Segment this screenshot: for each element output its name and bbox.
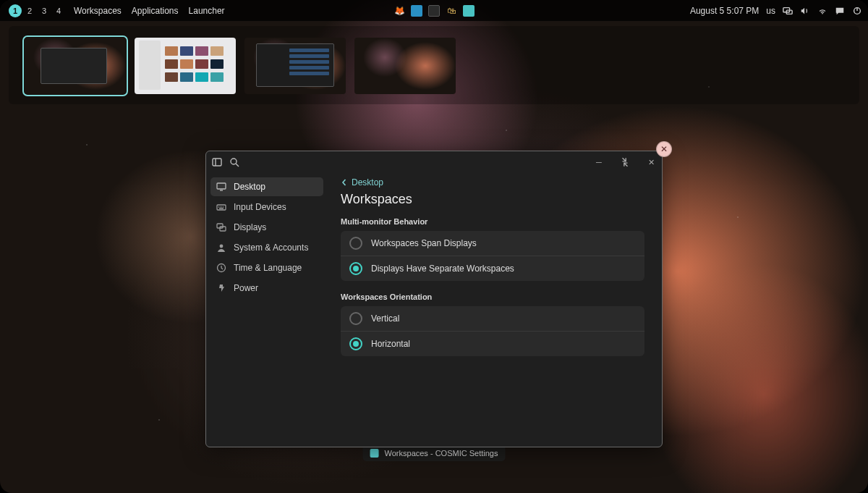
keyboard-layout-indicator[interactable]: us xyxy=(766,6,775,16)
user-icon xyxy=(216,243,226,253)
volume-icon[interactable] xyxy=(800,6,810,16)
keyboard-icon xyxy=(216,202,226,212)
radio-icon xyxy=(349,337,362,350)
workspace-thumb-1[interactable] xyxy=(25,38,126,94)
chat-icon[interactable] xyxy=(835,6,845,16)
settings-sidebar: Desktop Input Devices Displays System & … xyxy=(206,173,328,447)
settings-window: ✕ ─ ✕ Desktop Input D xyxy=(205,151,663,447)
sidebar-item-desktop[interactable]: Desktop xyxy=(210,177,323,196)
option-label: Horizontal xyxy=(371,339,410,349)
sidebar-item-label: Time & Language xyxy=(234,263,302,273)
settings-content: Desktop Workspaces Multi-monitor Behavio… xyxy=(328,173,662,447)
menu-launcher[interactable]: Launcher xyxy=(189,6,225,16)
firefox-icon[interactable]: 🦊 xyxy=(393,5,405,17)
workspace-switch-3[interactable]: 3 xyxy=(38,4,51,17)
workspace-switch-4[interactable]: 4 xyxy=(52,4,65,17)
option-group-multimonitor: Workspaces Span Displays Displays Have S… xyxy=(341,231,644,281)
workspace-switch-2[interactable]: 2 xyxy=(23,4,36,17)
workspace-overview xyxy=(0,32,868,103)
breadcrumb-back[interactable]: Desktop xyxy=(341,177,644,187)
app-icon[interactable] xyxy=(370,449,379,458)
settings-icon[interactable] xyxy=(463,5,475,17)
power-icon[interactable] xyxy=(852,6,862,16)
monitor-icon xyxy=(216,182,226,192)
menu-workspaces[interactable]: Workspaces xyxy=(74,6,122,16)
section-header: Multi-monitor Behavior xyxy=(341,217,644,226)
workspace-switch-1[interactable]: 1 xyxy=(9,4,22,17)
breadcrumb-label: Desktop xyxy=(352,177,383,187)
sidebar-item-input-devices[interactable]: Input Devices xyxy=(210,198,323,216)
sidebar-item-displays[interactable]: Displays xyxy=(210,218,323,237)
radio-icon xyxy=(349,237,362,250)
terminal-icon[interactable] xyxy=(428,5,440,17)
option-separate-workspaces[interactable]: Displays Have Separate Workspaces xyxy=(341,256,644,281)
clock-icon xyxy=(216,263,226,273)
option-horizontal[interactable]: Horizontal xyxy=(341,331,644,356)
option-group-orientation: Vertical Horizontal xyxy=(341,306,644,356)
menu-applications[interactable]: Applications xyxy=(132,6,179,16)
radio-icon xyxy=(349,262,362,275)
sidebar-item-time-language[interactable]: Time & Language xyxy=(210,258,323,277)
option-label: Vertical xyxy=(371,313,399,324)
taskbar: Workspaces - COSMIC Settings xyxy=(363,445,506,461)
option-label: Displays Have Separate Workspaces xyxy=(371,264,514,274)
window-titlebar[interactable]: ─ ✕ xyxy=(206,151,662,173)
chevron-left-icon xyxy=(341,179,348,186)
workspace-thumb-4[interactable] xyxy=(354,38,456,94)
maximize-button[interactable] xyxy=(620,157,630,167)
wifi-icon[interactable] xyxy=(817,6,827,16)
workspace-thumb-3[interactable] xyxy=(244,38,346,94)
svg-point-9 xyxy=(220,245,224,248)
displays-icon xyxy=(216,222,226,232)
clock[interactable]: August 5 5:07 PM xyxy=(690,6,759,16)
option-vertical[interactable]: Vertical xyxy=(341,306,644,331)
svg-point-4 xyxy=(231,159,237,164)
svg-rect-5 xyxy=(217,183,226,189)
sidebar-toggle-icon[interactable] xyxy=(212,157,222,167)
cast-icon[interactable] xyxy=(783,6,793,16)
close-button[interactable]: ✕ xyxy=(646,157,656,167)
workspace-thumb-2[interactable] xyxy=(135,38,236,94)
sidebar-item-label: Input Devices xyxy=(234,202,286,212)
window-close-badge[interactable]: ✕ xyxy=(656,141,672,157)
sidebar-item-label: Displays xyxy=(234,222,266,232)
radio-icon xyxy=(349,312,362,325)
sidebar-item-label: Power xyxy=(234,283,258,293)
page-title: Workspaces xyxy=(341,192,644,207)
sidebar-item-label: Desktop xyxy=(234,182,265,192)
sidebar-item-system-accounts[interactable]: System & Accounts xyxy=(210,238,323,257)
power-icon xyxy=(216,283,226,293)
minimize-button[interactable]: ─ xyxy=(594,157,604,167)
search-icon[interactable] xyxy=(229,157,239,167)
store-icon[interactable]: 🛍 xyxy=(446,5,457,17)
top-panel: 1 2 3 4 Workspaces Applications Launcher… xyxy=(0,0,868,21)
sidebar-item-label: System & Accounts xyxy=(234,243,308,253)
files-icon[interactable] xyxy=(411,5,422,17)
sidebar-item-power[interactable]: Power xyxy=(210,279,323,298)
section-header: Workspaces Orientation xyxy=(341,292,644,301)
taskbar-label[interactable]: Workspaces - COSMIC Settings xyxy=(385,449,498,458)
option-workspaces-span[interactable]: Workspaces Span Displays xyxy=(341,231,644,256)
option-label: Workspaces Span Displays xyxy=(371,238,477,248)
svg-rect-3 xyxy=(213,159,221,166)
